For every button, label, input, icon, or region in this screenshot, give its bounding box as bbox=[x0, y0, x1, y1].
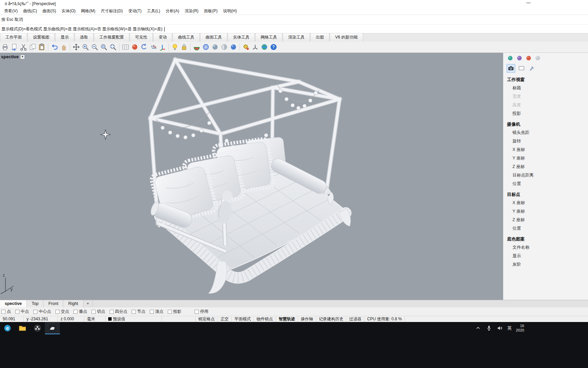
panel-item[interactable]: 宽度 bbox=[503, 92, 588, 101]
panel-item[interactable]: Z 座标 bbox=[503, 216, 588, 224]
view-tab-top[interactable]: Top bbox=[27, 300, 44, 307]
view-tab-spective[interactable]: spective bbox=[0, 300, 27, 307]
rotate-view-icon[interactable] bbox=[140, 43, 148, 51]
ribbon-tab[interactable]: 实体工具 bbox=[228, 33, 255, 42]
osnap-checkbox[interactable] bbox=[168, 310, 172, 314]
cut-icon[interactable] bbox=[19, 43, 28, 51]
osnap-checkbox[interactable] bbox=[92, 310, 96, 314]
ball-purple-icon[interactable] bbox=[516, 55, 523, 62]
display-icon[interactable] bbox=[517, 64, 526, 73]
wireframe-icon[interactable] bbox=[202, 43, 210, 51]
osnap-checkbox[interactable] bbox=[55, 310, 60, 314]
menu-item[interactable]: 渲染(R) bbox=[182, 7, 201, 15]
ball-red-icon[interactable] bbox=[525, 55, 532, 62]
minimize-button[interactable]: — bbox=[523, 0, 534, 6]
status-toggle[interactable]: 正交 bbox=[218, 316, 232, 322]
viewport-perspective[interactable]: z y spective ▼ bbox=[0, 53, 503, 300]
view-tab-front[interactable]: Front bbox=[44, 300, 63, 307]
print-icon[interactable] bbox=[1, 43, 9, 51]
ball-gray-icon[interactable] bbox=[534, 55, 541, 62]
zoom-window-icon[interactable] bbox=[100, 43, 108, 51]
panel-item[interactable]: 标题 bbox=[503, 84, 588, 92]
ribbon-tab[interactable]: 显示 bbox=[55, 33, 74, 42]
lock-icon[interactable] bbox=[180, 43, 188, 51]
panel-item[interactable]: 文件名称 bbox=[503, 243, 588, 252]
status-toggle[interactable]: 平面模式 bbox=[232, 316, 254, 322]
edge-icon[interactable]: e bbox=[3, 324, 12, 333]
wrench-icon[interactable] bbox=[528, 64, 536, 73]
rhino-icon[interactable] bbox=[48, 324, 57, 333]
panel-item[interactable]: 投影 bbox=[503, 109, 588, 118]
view-tab-right[interactable]: Right bbox=[63, 300, 83, 307]
menu-item[interactable]: 曲面(S) bbox=[40, 7, 59, 15]
panel-item[interactable]: X 座标 bbox=[503, 145, 588, 154]
ribbon-tab[interactable]: 选取 bbox=[75, 33, 94, 42]
status-toggle[interactable]: 智慧轨迹 bbox=[276, 316, 298, 322]
shaded-icon[interactable] bbox=[211, 43, 219, 51]
obs-icon[interactable] bbox=[33, 324, 42, 333]
taskbar-app-edge[interactable]: e bbox=[0, 322, 15, 334]
help-icon[interactable]: ? bbox=[270, 43, 278, 51]
status-layer[interactable]: 预设值 bbox=[105, 316, 162, 322]
command-prompt-line[interactable]: 显示模式(D)=着色模式 显示曲线(R)=是 显示框线(A)=否 显示格线(W)… bbox=[0, 24, 588, 33]
menu-item[interactable]: 变动(T) bbox=[126, 7, 144, 15]
osnap-checkbox[interactable] bbox=[110, 310, 114, 314]
taskbar-app-rhino[interactable] bbox=[45, 322, 60, 334]
status-units[interactable]: 毫米 bbox=[84, 316, 105, 322]
menu-item[interactable]: 查看(V) bbox=[1, 7, 20, 15]
render-red-icon[interactable] bbox=[131, 43, 139, 51]
panel-item[interactable]: X 座标 bbox=[503, 199, 588, 207]
panel-item[interactable]: 灰阶 bbox=[503, 260, 588, 269]
ime-indicator[interactable]: 英 bbox=[507, 325, 512, 331]
taskbar-app-obs[interactable] bbox=[30, 322, 45, 334]
camera-icon[interactable] bbox=[507, 64, 515, 73]
viewport-title[interactable]: spective ▼ bbox=[1, 54, 25, 59]
panel-item[interactable]: 显示 bbox=[503, 252, 588, 260]
menu-item[interactable]: 尺寸标注(D) bbox=[98, 7, 126, 15]
osnap-checkbox[interactable] bbox=[1, 310, 5, 314]
panel-item[interactable]: 位置 bbox=[503, 224, 588, 233]
menu-item[interactable]: 曲线(C) bbox=[20, 7, 40, 15]
taskbar-app-explorer[interactable] bbox=[15, 322, 30, 334]
osnap-checkbox[interactable] bbox=[15, 310, 19, 314]
taskbar-clock[interactable]: 162020 bbox=[516, 324, 524, 333]
paste-icon[interactable] bbox=[38, 43, 46, 51]
ball-teal-icon[interactable] bbox=[507, 55, 514, 62]
ribbon-tab[interactable]: 工作视窗配置 bbox=[94, 33, 129, 42]
status-toggle[interactable]: 锁定格点 bbox=[196, 316, 218, 322]
panel-item[interactable]: 镜头焦距 bbox=[503, 128, 588, 137]
ribbon-tab[interactable]: 出图 bbox=[310, 33, 329, 42]
ribbon-tab[interactable]: 设置视图 bbox=[28, 33, 55, 42]
panel-item[interactable]: 目标点距离 bbox=[503, 171, 588, 180]
grid-icon[interactable] bbox=[121, 43, 130, 51]
axis-icon[interactable] bbox=[251, 43, 259, 51]
osnap-disable-checkbox[interactable] bbox=[195, 310, 199, 314]
menu-item[interactable]: 说明(H) bbox=[220, 7, 240, 15]
menu-item[interactable]: 实体(O) bbox=[59, 7, 78, 15]
ghosted-icon[interactable] bbox=[220, 43, 228, 51]
zoom-extents-icon[interactable] bbox=[109, 43, 117, 51]
speaker-icon[interactable] bbox=[496, 325, 503, 332]
move-icon[interactable] bbox=[72, 43, 80, 51]
menu-item[interactable]: 网格(M) bbox=[78, 7, 98, 15]
mic-icon[interactable] bbox=[486, 325, 492, 332]
export-icon[interactable] bbox=[10, 43, 18, 51]
copy-icon[interactable] bbox=[29, 43, 37, 51]
ribbon-tab[interactable]: 渲染工具 bbox=[283, 33, 310, 42]
menu-item[interactable]: 分析(A) bbox=[163, 7, 182, 15]
menu-item[interactable]: 面板(P) bbox=[201, 7, 220, 15]
status-toggle[interactable]: 记录建构历史 bbox=[316, 316, 346, 322]
ribbon-tab[interactable]: 曲线工具 bbox=[173, 33, 200, 42]
osnap-checkbox[interactable] bbox=[33, 310, 37, 314]
gumball-axis-icon[interactable] bbox=[158, 43, 166, 51]
ribbon-tab[interactable]: 曲面工具 bbox=[200, 33, 227, 42]
earth-icon[interactable] bbox=[260, 43, 268, 51]
cplane-icon[interactable] bbox=[149, 43, 157, 51]
menu-item[interactable]: 工具(L) bbox=[144, 7, 163, 15]
osnap-checkbox[interactable] bbox=[132, 310, 136, 314]
chevron-up-icon[interactable] bbox=[475, 325, 481, 332]
zoom-in-icon[interactable] bbox=[81, 43, 89, 51]
status-toggle[interactable]: 过滤器 bbox=[346, 316, 364, 322]
panel-item[interactable]: Y 座标 bbox=[503, 207, 588, 216]
material-icon[interactable] bbox=[193, 43, 201, 51]
